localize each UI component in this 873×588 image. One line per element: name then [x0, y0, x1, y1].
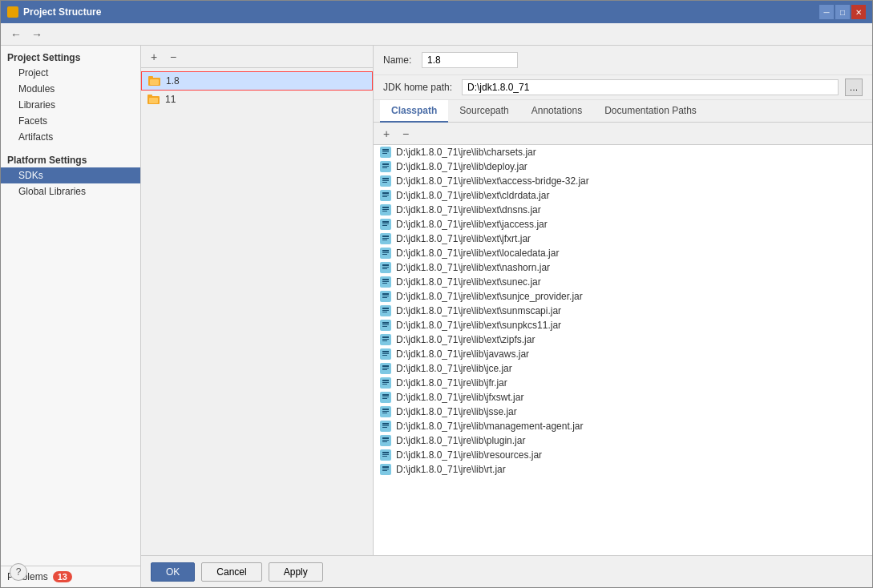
jar-icon — [380, 190, 391, 201]
back-button[interactable]: ← — [7, 26, 25, 43]
svg-rect-29 — [382, 225, 387, 226]
svg-rect-91 — [382, 452, 389, 453]
classpath-list-item: D:\jdk1.8.0_71\jre\lib\ext\cldrdata.jar — [374, 188, 872, 203]
add-sdk-button[interactable]: + — [146, 49, 162, 65]
classpath-list-item: D:\jdk1.8.0_71\jre\lib\jfxswt.jar — [374, 390, 872, 405]
svg-rect-80 — [382, 411, 389, 412]
classpath-item-text: D:\jdk1.8.0_71\jre\lib\jfxswt.jar — [396, 392, 523, 403]
minimize-button[interactable]: ─ — [819, 5, 834, 19]
name-label: Name: — [383, 54, 415, 66]
jar-icon — [380, 305, 391, 316]
svg-rect-68 — [382, 368, 389, 369]
svg-rect-5 — [149, 98, 158, 103]
svg-rect-12 — [382, 166, 389, 167]
jar-icon — [380, 464, 391, 475]
svg-rect-11 — [382, 163, 389, 165]
classpath-item-text: D:\jdk1.8.0_71\jre\lib\jsse.jar — [396, 406, 517, 417]
name-input[interactable] — [422, 52, 518, 68]
svg-rect-48 — [382, 296, 389, 296]
sidebar-content: Project Settings Project Modules Librari… — [1, 46, 140, 566]
svg-rect-59 — [382, 336, 389, 338]
tab-annotations[interactable]: Annotations — [520, 100, 593, 123]
tabs-bar: Classpath Sourcepath Annotations Documen… — [374, 100, 872, 123]
svg-rect-20 — [382, 195, 389, 195]
sidebar-item-project[interactable]: Project — [1, 65, 140, 81]
main-content: Project Settings Project Modules Librari… — [1, 46, 872, 587]
classpath-list-item: D:\jdk1.8.0_71\jre\lib\jfr.jar — [374, 376, 872, 390]
sidebar-item-sdks[interactable]: SDKs — [1, 167, 140, 183]
problems-badge: 13 — [53, 571, 72, 582]
title-bar: Project Structure ─ □ ✕ — [1, 1, 872, 23]
classpath-item-text: D:\jdk1.8.0_71\jre\lib\plugin.jar — [396, 435, 525, 446]
jar-icon — [380, 291, 391, 302]
sidebar-item-global-libraries[interactable]: Global Libraries — [1, 183, 140, 199]
jar-icon — [380, 363, 391, 374]
svg-rect-35 — [382, 250, 389, 252]
window-icon — [7, 6, 18, 18]
tab-classpath[interactable]: Classpath — [380, 100, 448, 123]
forward-button[interactable]: → — [28, 26, 46, 43]
svg-rect-72 — [382, 382, 389, 383]
svg-rect-52 — [382, 310, 389, 311]
name-row: Name: — [374, 46, 872, 75]
svg-rect-55 — [382, 322, 389, 324]
jar-icon — [380, 406, 391, 417]
apply-button[interactable]: Apply — [269, 562, 323, 582]
classpath-item-text: D:\jdk1.8.0_71\jre\lib\javaws.jar — [396, 348, 529, 360]
svg-rect-81 — [382, 413, 387, 413]
svg-rect-4 — [148, 95, 152, 98]
svg-rect-79 — [382, 409, 389, 410]
detail-pane: Name: JDK home path: … Classpath Sourc — [374, 46, 872, 555]
add-classpath-button[interactable]: + — [378, 126, 394, 142]
jar-icon — [380, 392, 391, 403]
svg-rect-21 — [382, 196, 387, 197]
jdk-path-input[interactable] — [462, 79, 839, 95]
sdk-folder-icon-11 — [148, 93, 160, 106]
title-bar-left: Project Structure — [7, 6, 101, 18]
sidebar-item-modules[interactable]: Modules — [1, 81, 140, 97]
classpath-list-item: D:\jdk1.8.0_71\jre\lib\ext\nashorn.jar — [374, 260, 872, 275]
svg-rect-75 — [382, 394, 389, 396]
sdk-item-1.8[interactable]: 1.8 — [141, 71, 373, 91]
classpath-list-item: D:\jdk1.8.0_71\jre\lib\jce.jar — [374, 361, 872, 376]
jar-icon — [380, 248, 391, 259]
browse-button[interactable]: … — [845, 79, 863, 96]
classpath-item-text: D:\jdk1.8.0_71\jre\lib\ext\jfxrt.jar — [396, 233, 531, 244]
sdk-folder-icon-1.8 — [148, 75, 161, 87]
close-button[interactable]: ✕ — [851, 5, 866, 19]
svg-rect-88 — [382, 440, 389, 441]
svg-rect-13 — [382, 167, 387, 168]
jar-icon — [380, 175, 391, 187]
classpath-list-item: D:\jdk1.8.0_71\jre\lib\ext\zipfs.jar — [374, 332, 872, 347]
sdk-item-11[interactable]: 11 — [141, 91, 373, 108]
split-pane: + − 1.8 — [141, 46, 872, 555]
classpath-list-item: D:\jdk1.8.0_71\jre\lib\rt.jar — [374, 462, 872, 477]
svg-rect-15 — [382, 178, 389, 179]
maximize-button[interactable]: □ — [835, 5, 850, 19]
tab-documentation[interactable]: Documentation Paths — [593, 100, 708, 123]
svg-rect-67 — [382, 365, 389, 367]
classpath-list-item: D:\jdk1.8.0_71\jre\lib\resources.jar — [374, 448, 872, 462]
jar-icon — [380, 219, 391, 230]
sidebar-item-artifacts[interactable]: Artifacts — [1, 129, 140, 145]
classpath-item-text: D:\jdk1.8.0_71\jre\lib\rt.jar — [396, 464, 506, 475]
classpath-list-item: D:\jdk1.8.0_71\jre\lib\ext\sunpkcs11.jar — [374, 318, 872, 332]
sdk-list-toolbar: + − — [141, 46, 373, 68]
tab-sourcepath[interactable]: Sourcepath — [448, 100, 519, 123]
remove-sdk-button[interactable]: − — [165, 49, 181, 65]
remove-classpath-button[interactable]: − — [398, 126, 414, 142]
cancel-button[interactable]: Cancel — [201, 562, 261, 582]
svg-rect-57 — [382, 326, 387, 327]
classpath-item-text: D:\jdk1.8.0_71\jre\lib\ext\jaccess.jar — [396, 219, 548, 230]
jar-icon — [380, 421, 391, 432]
classpath-list-item: D:\jdk1.8.0_71\jre\lib\management-agent.… — [374, 419, 872, 433]
svg-rect-49 — [382, 297, 387, 298]
svg-rect-24 — [382, 209, 389, 210]
sidebar-item-facets[interactable]: Facets — [1, 113, 140, 129]
sidebar-item-libraries[interactable]: Libraries — [1, 97, 140, 113]
svg-rect-45 — [382, 283, 387, 284]
jdk-path-label: JDK home path: — [383, 82, 455, 93]
classpath-item-text: D:\jdk1.8.0_71\jre\lib\ext\sunpkcs11.jar — [396, 320, 561, 331]
classpath-item-text: D:\jdk1.8.0_71\jre\lib\deploy.jar — [396, 161, 527, 172]
ok-button[interactable]: OK — [151, 562, 195, 582]
